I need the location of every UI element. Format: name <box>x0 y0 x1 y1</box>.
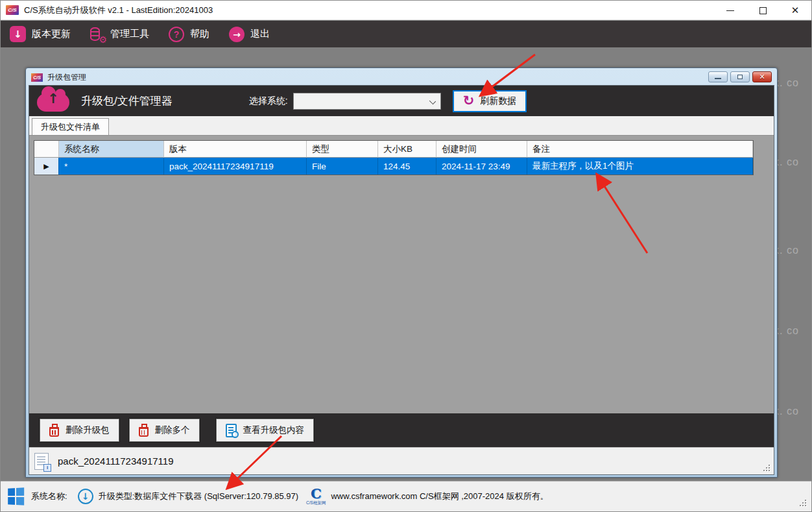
minimize-icon <box>715 78 721 79</box>
cell-type[interactable]: File <box>307 158 378 175</box>
window-title: C/S系统自动升级软件 v2.1 - LastEdition:20241003 <box>24 5 213 16</box>
restore-icon <box>737 75 743 79</box>
select-system-label: 选择系统: <box>249 95 288 107</box>
cell-system-name[interactable]: * <box>59 158 164 175</box>
toolbar-label: 管理工具 <box>110 28 149 40</box>
delete-multiple-button[interactable]: 删除多个 <box>129 419 200 442</box>
current-row-icon: ▶ <box>43 162 49 171</box>
csframework-logo-icon: C <box>311 487 322 500</box>
row-selector-cell[interactable]: ▶ <box>34 158 59 175</box>
child-resize-grip[interactable] <box>762 463 770 471</box>
child-minimize-button[interactable] <box>708 71 728 82</box>
delete-multiple-label: 删除多个 <box>155 424 190 436</box>
mdi-area: k. co k. co k. co k. co k. co C/S 升级包管理 … <box>1 47 811 482</box>
system-select-dropdown[interactable] <box>293 93 441 110</box>
manager-header: ↑ 升级包/文件管理器 选择系统: ↻ 刷新数据 <box>29 86 774 116</box>
column-header-system-name[interactable]: 系统名称 <box>59 141 164 158</box>
toolbar-item-exit[interactable]: → 退出 <box>229 27 270 42</box>
cell-created[interactable]: 2024-11-17 23:49 <box>436 158 527 175</box>
app-resize-grip[interactable] <box>798 498 806 506</box>
cloud-upload-icon: ↑ <box>37 93 69 112</box>
child-close-button[interactable]: ✕ <box>752 71 772 82</box>
refresh-button-label: 刷新数据 <box>480 95 516 107</box>
child-restore-button[interactable] <box>730 71 750 82</box>
toolbar-label: 版本更新 <box>32 28 71 40</box>
cell-remark[interactable]: 最新主程序，以及1个图片 <box>527 158 753 175</box>
column-header-version[interactable]: 版本 <box>164 141 307 158</box>
delete-package-label: 删除升级包 <box>66 424 110 436</box>
upgrade-type-text: 升级类型:数据库文件下载器 (SqlServer:120.79.85.97) <box>99 491 298 502</box>
child-window-package-manager: C/S 升级包管理 ✕ ↑ 升级包/文件管理器 选择系统: <box>25 67 778 478</box>
column-header-remark[interactable]: 备注 <box>527 141 753 158</box>
column-header-type[interactable]: 类型 <box>307 141 378 158</box>
toolbar-item-help[interactable]: ? 帮助 <box>169 27 209 42</box>
cell-size[interactable]: 124.45 <box>378 158 436 175</box>
system-name-label: 系统名称: <box>31 491 67 502</box>
document-info-icon: i <box>34 453 49 470</box>
child-status-strip: i pack_20241117234917119 <box>29 447 774 474</box>
close-button[interactable]: ✕ <box>779 1 811 20</box>
maximize-icon <box>759 7 767 14</box>
minimize-button[interactable] <box>714 1 746 20</box>
csframework-logo-caption: C/S框架网 <box>306 501 326 506</box>
windows-logo-icon <box>8 487 25 506</box>
tab-package-file-list[interactable]: 升级包文件清单 <box>32 118 109 135</box>
database-gear-icon: ⚙ <box>90 27 104 42</box>
copyright-text: www.csframework.com C/S框架网 ,2007-2024 版权… <box>331 491 548 502</box>
app-statusbar: 系统名称: ↓ 升级类型:数据库文件下载器 (SqlServer:120.79.… <box>1 481 811 511</box>
document-search-icon <box>226 424 237 437</box>
child-window-controls: ✕ <box>708 71 772 82</box>
child-window-icon: C/S <box>31 73 43 82</box>
manager-title: 升级包/文件管理器 <box>81 93 173 108</box>
trash-icon <box>49 427 59 437</box>
chevron-down-icon <box>429 97 436 104</box>
tab-strip: 升级包文件清单 <box>29 116 774 135</box>
cloud-download-icon: ↓ <box>78 489 93 504</box>
action-button-strip: 删除升级包 删除多个 查看升级包内容 <box>29 413 774 447</box>
csframework-logo: C C/S框架网 <box>306 488 326 506</box>
table-row[interactable]: ▶ * pack_20241117234917119 File 124.45 2… <box>34 158 753 175</box>
view-package-contents-button[interactable]: 查看升级包内容 <box>216 419 315 442</box>
toolbar-item-admin-tools[interactable]: ⚙ 管理工具 <box>90 27 149 42</box>
column-header-created[interactable]: 创建时间 <box>436 141 527 158</box>
version-update-icon: ↓ <box>10 26 26 42</box>
toolbar-label: 帮助 <box>190 28 209 40</box>
toolbar-label: 退出 <box>250 28 270 40</box>
toolbar-item-version-update[interactable]: ↓ 版本更新 <box>10 26 71 42</box>
refresh-icon: ↻ <box>463 94 475 108</box>
trash-icon <box>139 427 149 437</box>
row-selector-header[interactable] <box>34 141 59 158</box>
app-window: C/S C/S系统自动升级软件 v2.1 - LastEdition:20241… <box>0 0 812 512</box>
tab-label: 升级包文件清单 <box>41 121 100 133</box>
grid-area: 系统名称 版本 类型 大小KB 创建时间 备注 ▶ * pack_2024111… <box>29 135 774 413</box>
column-header-size[interactable]: 大小KB <box>378 141 436 158</box>
child-window-body: ↑ 升级包/文件管理器 选择系统: ↻ 刷新数据 升级包文件清单 <box>29 85 774 475</box>
maximize-button[interactable] <box>746 1 779 20</box>
help-icon: ? <box>169 27 184 42</box>
delete-package-button[interactable]: 删除升级包 <box>40 419 119 442</box>
app-icon: C/S <box>6 5 19 15</box>
package-table: 系统名称 版本 类型 大小KB 创建时间 备注 ▶ * pack_2024111… <box>34 140 754 175</box>
table-header-row: 系统名称 版本 类型 大小KB 创建时间 备注 <box>34 141 753 158</box>
cell-version[interactable]: pack_20241117234917119 <box>164 158 307 175</box>
child-titlebar[interactable]: C/S 升级包管理 ✕ <box>29 69 774 85</box>
main-toolbar: ↓ 版本更新 ⚙ 管理工具 ? 帮助 → 退出 <box>1 21 811 47</box>
selected-package-name: pack_20241117234917119 <box>58 456 174 467</box>
window-controls: ✕ <box>714 1 811 20</box>
child-window-title: 升级包管理 <box>47 72 86 83</box>
main-titlebar: C/S C/S系统自动升级软件 v2.1 - LastEdition:20241… <box>1 1 811 20</box>
minimize-icon <box>726 10 734 11</box>
refresh-data-button[interactable]: ↻ 刷新数据 <box>453 90 527 112</box>
close-icon: ✕ <box>791 6 800 16</box>
view-contents-label: 查看升级包内容 <box>243 424 305 436</box>
exit-icon: → <box>229 27 245 42</box>
